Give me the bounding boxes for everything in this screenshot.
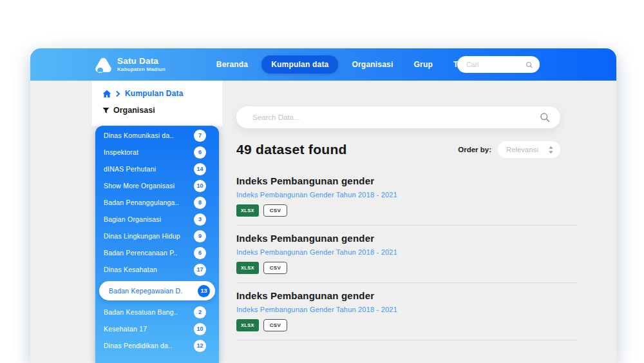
- org-label: Badan Kepegawaian D.: [109, 287, 182, 295]
- org-count-badge: 3: [194, 213, 206, 226]
- format-badges: XLSX CSV: [236, 204, 578, 217]
- sidebar-item-inspektorat[interactable]: Inspektorat 6: [95, 144, 219, 161]
- logo-subtitle: Kabupaten Madiun: [117, 66, 166, 72]
- sidebar-item-dinas-komunikasi[interactable]: Dinas Komunikasi da.. 7: [95, 127, 219, 144]
- logo-text: Satu Data Kabupaten Madiun: [117, 57, 166, 72]
- divider: [236, 225, 578, 226]
- org-label: Show More Organisasi: [104, 182, 175, 190]
- organisasi-filter-heading: Organisasi: [102, 106, 222, 115]
- org-label: Bagian Organisasi: [104, 215, 161, 223]
- format-badge-csv[interactable]: CSV: [263, 319, 287, 331]
- nav-beranda[interactable]: Beranda: [209, 56, 255, 73]
- divider: [236, 340, 578, 340]
- org-count-badge: 7: [194, 130, 206, 142]
- sidebar-item-dinas-perhutani[interactable]: dINAS Perhutani 14: [95, 161, 219, 177]
- dataset-item: Indeks Pembangunan gender Indeks Pembang…: [236, 175, 578, 226]
- org-count-badge: 9: [194, 230, 206, 242]
- sidebar-item-bagian-organisasi[interactable]: Bagian Organisasi 3: [95, 211, 219, 228]
- sidebar: Kumpulan Data Organisasi Dinas Komunikas…: [92, 81, 222, 363]
- sidebar-item-dinas-lingkungan-hidup[interactable]: Dinas Lingkungan Hidup 9: [95, 228, 219, 244]
- order-by-select[interactable]: Relevansi: [498, 141, 560, 158]
- org-label: Dinas Kesahatan: [104, 266, 157, 273]
- nav-grup[interactable]: Grup: [407, 56, 440, 73]
- sidebar-top: Kumpulan Data Organisasi: [92, 81, 222, 126]
- dataset-item: Indeks Pembangunan gender Indeks Pembang…: [236, 233, 578, 283]
- order-by-value: Relevansi: [506, 146, 538, 153]
- org-count-badge: 13: [198, 285, 210, 297]
- nav-organisasi[interactable]: Organisasi: [345, 56, 400, 73]
- org-label: Dinas Lingkungan Hidup: [104, 232, 180, 240]
- format-badge-csv[interactable]: CSV: [263, 204, 287, 217]
- org-count-badge: 8: [194, 197, 206, 209]
- nav-kumpulan-data[interactable]: Kumpulan data: [261, 55, 338, 74]
- header: Satu Data Kabupaten Madiun Beranda Kumpu…: [30, 48, 616, 81]
- format-badge-csv[interactable]: CSV: [263, 262, 287, 274]
- org-label: dINAS Perhutani: [104, 165, 156, 173]
- org-label: Badan Perencanaan P..: [104, 249, 177, 257]
- dataset-search[interactable]: [236, 106, 560, 128]
- sidebar-item-badan-kesatuan-bangsa[interactable]: Badan Kesatuan Bang.. 2: [95, 304, 219, 320]
- org-count-badge: 12: [194, 340, 206, 352]
- chevron-right-icon: [116, 91, 120, 97]
- dataset-title[interactable]: Indeks Pembangunan gender: [236, 175, 578, 186]
- dataset-subtitle[interactable]: Indeks Pembangunan Gender Tahun 2018 - 2…: [236, 248, 578, 256]
- sidebar-item-badan-perencanaan[interactable]: Badan Perencanaan P.. 6: [95, 244, 219, 261]
- header-search[interactable]: [457, 56, 540, 73]
- dataset-title[interactable]: Indeks Pembangunan gender: [236, 290, 578, 301]
- sort-arrows-icon: [548, 146, 554, 154]
- dataset-search-input[interactable]: [252, 113, 540, 121]
- format-badges: XLSX CSV: [236, 262, 578, 274]
- org-label: Badan Kesatuan Bang..: [104, 308, 178, 316]
- org-label: Dinas Komunikasi da..: [104, 132, 174, 139]
- filter-icon: [102, 107, 109, 114]
- format-badges: XLSX CSV: [236, 319, 578, 331]
- main-nav: Beranda Kumpulan data Organisasi Grup Te…: [209, 55, 491, 74]
- order-by: Order by: Relevansi: [458, 141, 560, 158]
- sidebar-item-show-more-organisasi[interactable]: Show More Organisasi 10: [95, 177, 219, 194]
- format-badge-xlsx[interactable]: XLSX: [236, 319, 259, 331]
- results-row: 49 dataset found Order by: Relevansi: [236, 141, 560, 158]
- org-count-badge: 17: [194, 264, 206, 276]
- sidebar-item-kesehatan-17[interactable]: Kesehatan 17 10: [95, 320, 219, 337]
- org-count-badge: 10: [194, 180, 206, 192]
- org-label: Dinas Pendidikan da..: [104, 342, 172, 349]
- satu-data-logo-icon: [95, 57, 112, 73]
- search-icon[interactable]: [540, 112, 550, 123]
- sidebar-item-badan-kepegawaian-selected[interactable]: Badan Kepegawaian D. 13: [99, 281, 215, 300]
- main-content: 49 dataset found Order by: Relevansi Ind…: [236, 81, 578, 348]
- sidebar-item-badan-penanggulangan[interactable]: Badan Penanggulanga.. 8: [95, 194, 219, 211]
- dataset-title[interactable]: Indeks Pembangunan gender: [236, 233, 578, 244]
- org-count-badge: 14: [194, 163, 206, 175]
- dataset-subtitle[interactable]: Indeks Pembangunan Gender Tahun 2018 - 2…: [236, 306, 578, 313]
- dataset-subtitle[interactable]: Indeks Pembangunan Gender Tahun 2018 - 2…: [236, 191, 578, 199]
- org-label: Kesehatan 17: [104, 325, 147, 333]
- breadcrumb-current[interactable]: Kumpulan Data: [125, 89, 184, 98]
- dataset-item: Indeks Pembangunan gender Indeks Pembang…: [236, 290, 578, 340]
- org-count-badge: 6: [194, 247, 206, 259]
- app-window: Satu Data Kabupaten Madiun Beranda Kumpu…: [30, 48, 616, 363]
- logo-title: Satu Data: [117, 57, 166, 66]
- divider: [236, 282, 578, 283]
- sidebar-item-dinas-kesahatan[interactable]: Dinas Kesahatan 17: [95, 261, 219, 278]
- order-by-label: Order by:: [458, 146, 491, 153]
- org-count-badge: 6: [194, 146, 206, 159]
- results-heading: 49 dataset found: [236, 142, 347, 157]
- dataset-list: Indeks Pembangunan gender Indeks Pembang…: [236, 175, 578, 340]
- header-search-input[interactable]: [466, 61, 526, 68]
- logo[interactable]: Satu Data Kabupaten Madiun: [95, 57, 166, 73]
- format-badge-xlsx[interactable]: XLSX: [236, 262, 259, 274]
- format-badge-xlsx[interactable]: XLSX: [236, 204, 259, 217]
- home-icon[interactable]: [102, 90, 111, 98]
- breadcrumb: Kumpulan Data: [102, 89, 222, 98]
- sidebar-item-dinas-pendidikan[interactable]: Dinas Pendidikan da.. 12: [95, 337, 219, 354]
- organisasi-filter-label: Organisasi: [113, 106, 155, 115]
- org-label: Badan Penanggulanga..: [104, 199, 179, 206]
- search-icon[interactable]: [526, 61, 533, 69]
- organization-list: Dinas Komunikasi da.. 7 Inspektorat 6 dI…: [95, 126, 219, 363]
- org-count-badge: 10: [194, 323, 206, 335]
- org-label: Inspektorat: [104, 148, 138, 156]
- org-count-badge: 2: [194, 306, 206, 319]
